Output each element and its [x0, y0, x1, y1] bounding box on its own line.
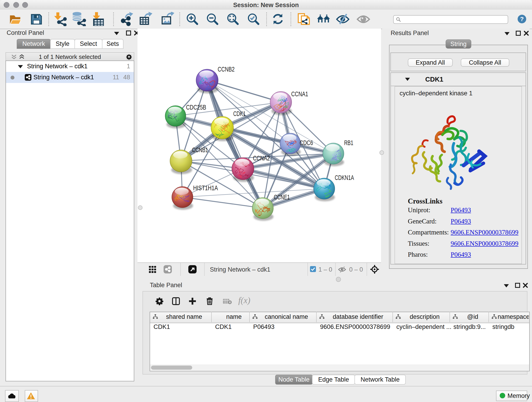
svg-text:CDKN1A: CDKN1A [335, 174, 354, 181]
svg-text:CCNB2: CCNB2 [218, 65, 234, 73]
svg-text:CCNE1: CCNE1 [274, 193, 290, 201]
svg-text:CDC25B: CDC25B [186, 104, 206, 111]
svg-text:CCNA2: CCNA2 [253, 154, 270, 162]
svg-text:CCNB1: CCNB1 [192, 146, 208, 153]
svg-text:CDK1: CDK1 [233, 110, 246, 117]
svg-text:RB1: RB1 [344, 139, 353, 147]
svg-text:?: ? [520, 16, 524, 22]
svg-text:CCNA1: CCNA1 [291, 90, 308, 98]
svg-text:CDC6: CDC6 [300, 139, 313, 147]
svg-text:HIST1H1A: HIST1H1A [193, 184, 218, 191]
